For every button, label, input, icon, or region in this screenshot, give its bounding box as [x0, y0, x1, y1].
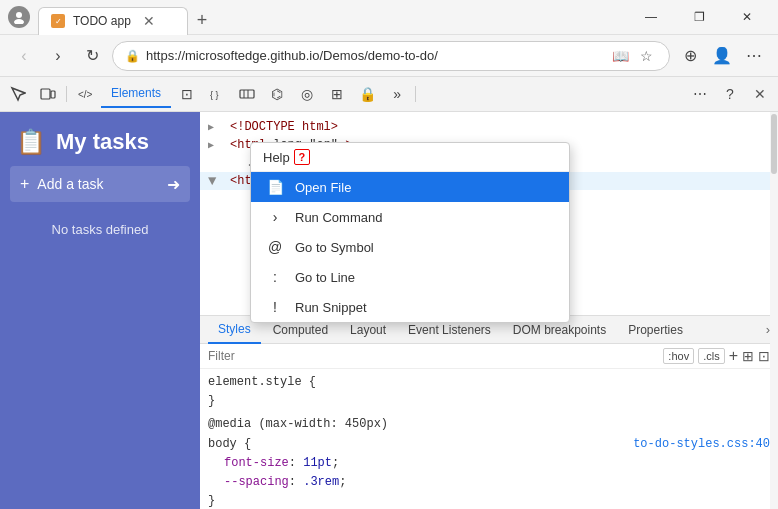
close-window-button[interactable]: ✕: [724, 0, 770, 35]
add-style-rule-btn[interactable]: +: [729, 347, 738, 365]
svg-point-0: [16, 12, 22, 18]
inspect-element-btn[interactable]: [4, 80, 32, 108]
svg-text:{  }: { }: [210, 90, 219, 100]
title-bar-left: [8, 6, 30, 28]
add-task-button[interactable]: + Add a task ➜: [10, 166, 190, 202]
css-file-link[interactable]: to-do-styles.css:40: [633, 435, 770, 454]
back-button[interactable]: ‹: [10, 42, 38, 70]
menu-item-run-snippet[interactable]: ! Run Snippet: [251, 292, 569, 322]
minimize-button[interactable]: —: [628, 0, 674, 35]
scrollbar-thumb[interactable]: [771, 114, 777, 174]
title-bar: ✓ TODO app ✕ + — ❐ ✕: [0, 0, 778, 35]
main-area: 📋 My tasks + Add a task ➜ No tasks defin…: [0, 112, 778, 509]
toolbar-divider-2: [415, 86, 416, 102]
expand-btn-2[interactable]: ▶: [208, 136, 222, 154]
run-command-label: Run Command: [295, 210, 382, 225]
tab-close-btn[interactable]: ✕: [143, 13, 155, 29]
menu-item-open-file[interactable]: 📄 Open File: [251, 172, 569, 202]
memory-icon-btn[interactable]: ◎: [293, 80, 321, 108]
url-text: https://microsoftedge.github.io/Demos/de…: [146, 48, 603, 63]
console-icon-btn[interactable]: ⊡: [173, 80, 201, 108]
window-controls: — ❐ ✕: [628, 0, 770, 35]
app-icon: 📋: [16, 128, 46, 156]
help-badge: ?: [294, 149, 310, 165]
more-tabs-btn[interactable]: »: [383, 80, 411, 108]
devtools-close-btn[interactable]: ✕: [746, 80, 774, 108]
svg-rect-2: [41, 89, 50, 99]
profile-icon[interactable]: [8, 6, 30, 28]
nav-right: ⊕ 👤 ⋯: [676, 42, 768, 70]
app-area: 📋 My tasks + Add a task ➜ No tasks defin…: [0, 112, 200, 509]
lock-icon: 🔒: [125, 49, 140, 63]
code-line-1: ▶ <!DOCTYPE html>: [200, 118, 778, 136]
line-icon: :: [267, 269, 283, 285]
address-icons: 📖 ☆: [609, 45, 657, 67]
refresh-button[interactable]: ↻: [78, 42, 106, 70]
media-query-block: @media (max-width: 450px) body { to-do-s…: [208, 415, 770, 509]
menu-item-go-to-symbol[interactable]: @ Go to Symbol: [251, 232, 569, 262]
app-title: My tasks: [56, 129, 149, 155]
filter-btns: :hov .cls + ⊞ ⊡: [663, 347, 770, 365]
devtools-bottom: Styles Computed Layout Event Listeners D…: [200, 315, 778, 509]
scrollbar[interactable]: [770, 112, 778, 509]
address-bar[interactable]: 🔒 https://microsoftedge.github.io/Demos/…: [112, 41, 670, 71]
arrow-icon: ➜: [167, 175, 180, 194]
new-style-rule-btn[interactable]: ⊞: [742, 348, 754, 364]
new-tab-button[interactable]: +: [188, 7, 216, 35]
svg-rect-3: [51, 91, 55, 98]
read-icon[interactable]: 📖: [609, 45, 631, 67]
menu-item-go-to-line[interactable]: : Go to Line: [251, 262, 569, 292]
application-icon-btn[interactable]: ⊞: [323, 80, 351, 108]
security-icon-btn[interactable]: 🔒: [353, 80, 381, 108]
html-icon-btn[interactable]: </>: [71, 80, 99, 108]
symbol-icon: @: [267, 239, 283, 255]
open-file-label: Open File: [295, 180, 351, 195]
toggle-changes-btn[interactable]: ⊡: [758, 348, 770, 364]
plus-icon: +: [20, 175, 29, 193]
tab-bar: ✓ TODO app ✕ +: [38, 0, 620, 35]
expand-btn-1[interactable]: ▶: [208, 118, 222, 136]
expand-btn-4[interactable]: ▼: [208, 172, 222, 190]
run-command-icon: ›: [267, 209, 283, 225]
css-filter-bar: :hov .cls + ⊞ ⊡: [200, 344, 778, 369]
go-to-symbol-label: Go to Symbol: [295, 240, 374, 255]
settings-button[interactable]: ⋯: [740, 42, 768, 70]
svg-point-1: [14, 19, 24, 24]
profile-button[interactable]: 👤: [708, 42, 736, 70]
context-menu: Help ? 📄 Open File › Run Command @ Go to…: [250, 142, 570, 323]
tab-properties[interactable]: Properties: [618, 316, 693, 344]
svg-text:</>: </>: [78, 89, 93, 100]
hub-button[interactable]: ⊕: [676, 42, 704, 70]
snippet-icon: !: [267, 299, 283, 315]
overflow-btn[interactable]: ⋯: [686, 80, 714, 108]
go-to-line-label: Go to Line: [295, 270, 355, 285]
add-task-label: Add a task: [37, 176, 159, 192]
element-style-block: element.style { }: [208, 373, 770, 411]
help-btn[interactable]: ?: [716, 80, 744, 108]
performance-icon-btn[interactable]: ⌬: [263, 80, 291, 108]
run-snippet-label: Run Snippet: [295, 300, 367, 315]
active-tab[interactable]: ✓ TODO app ✕: [38, 7, 188, 35]
no-tasks-message: No tasks defined: [0, 222, 200, 237]
tab-favicon: ✓: [51, 14, 65, 28]
device-emulation-btn[interactable]: [34, 80, 62, 108]
maximize-button[interactable]: ❐: [676, 0, 722, 35]
sources-icon-btn[interactable]: { }: [203, 80, 231, 108]
hov-button[interactable]: :hov: [663, 348, 694, 364]
toolbar-divider-1: [66, 86, 67, 102]
nav-bar: ‹ › ↻ 🔒 https://microsoftedge.github.io/…: [0, 35, 778, 77]
forward-button[interactable]: ›: [44, 42, 72, 70]
network-icon-btn[interactable]: [233, 80, 261, 108]
menu-header: Help ?: [251, 143, 569, 172]
css-filter-input[interactable]: [208, 349, 655, 363]
cls-button[interactable]: .cls: [698, 348, 725, 364]
css-code-area: element.style { } @media (max-width: 450…: [200, 369, 778, 509]
tab-title: TODO app: [73, 14, 131, 28]
devtools-content: ▶ <!DOCTYPE html> ▶ <html lang="en" > ..…: [200, 112, 778, 509]
menu-item-run-command[interactable]: › Run Command: [251, 202, 569, 232]
devtools-toolbar: </> Elements ⊡ { } ⌬ ◎ ⊞ 🔒 » ⋯ ? ✕: [0, 77, 778, 112]
favorites-icon[interactable]: ☆: [635, 45, 657, 67]
help-label: Help: [263, 150, 290, 165]
elements-tab[interactable]: Elements: [101, 80, 171, 108]
app-header: 📋 My tasks: [0, 112, 200, 166]
